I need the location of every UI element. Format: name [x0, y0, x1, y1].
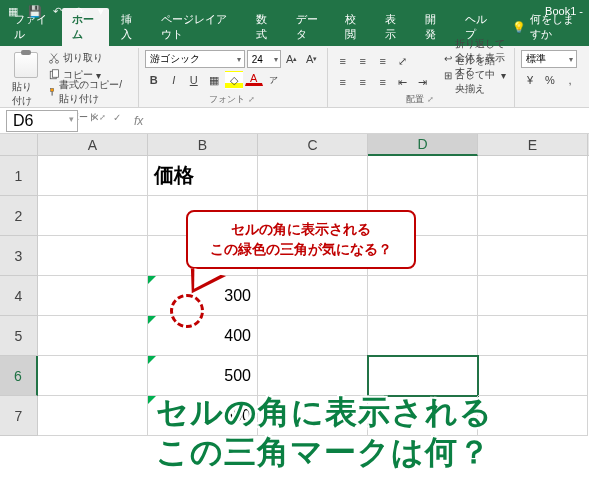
align-bottom-button[interactable]: ≡ [374, 52, 392, 70]
overlay-line1: セルの角に表示される [156, 392, 493, 432]
align-center-button[interactable]: ≡ [354, 73, 372, 91]
cell-a5[interactable] [38, 316, 148, 356]
underline-button[interactable]: U [185, 71, 203, 89]
tab-developer[interactable]: 開発 [415, 8, 453, 46]
align-right-button[interactable]: ≡ [374, 73, 392, 91]
increase-indent-button[interactable]: ⇥ [414, 73, 432, 91]
cell-e5[interactable] [478, 316, 588, 356]
row-header-4[interactable]: 4 [0, 276, 38, 316]
qat-dropdown-icon[interactable]: ▾ [94, 4, 108, 18]
align-top-button[interactable]: ≡ [334, 52, 352, 70]
bold-button[interactable]: B [145, 71, 163, 89]
cell-c1[interactable] [258, 156, 368, 196]
row-header-3[interactable]: 3 [0, 236, 38, 276]
font-color-button[interactable]: A [245, 71, 263, 86]
col-header-c[interactable]: C [258, 134, 368, 155]
undo-icon[interactable]: ↶ [50, 4, 64, 18]
row-header-5[interactable]: 5 [0, 316, 38, 356]
cut-button[interactable]: 切り取り [46, 50, 132, 66]
row-header-7[interactable]: 7 [0, 396, 38, 436]
increase-font-button[interactable]: A▴ [283, 50, 301, 68]
percent-button[interactable]: % [541, 71, 559, 89]
cancel-formula-button[interactable]: ✕ [86, 112, 104, 130]
number-format-select[interactable]: 標準 [521, 50, 577, 68]
cell-a4[interactable] [38, 276, 148, 316]
align-middle-button[interactable]: ≡ [354, 52, 372, 70]
decrease-font-button[interactable]: A▾ [303, 50, 321, 68]
redo-icon[interactable]: ↷ [72, 4, 86, 18]
tab-view[interactable]: 表示 [375, 8, 413, 46]
svg-rect-5 [52, 91, 53, 95]
cell-e1[interactable] [478, 156, 588, 196]
border-button[interactable]: ▦ [205, 71, 223, 89]
enter-formula-button[interactable]: ✓ [108, 112, 126, 130]
cell-b6[interactable]: 500 [148, 356, 258, 396]
cell-d5[interactable] [368, 316, 478, 356]
paste-button[interactable]: 貼り付け [10, 50, 42, 110]
cell-e7[interactable] [478, 396, 588, 436]
cell-a1[interactable] [38, 156, 148, 196]
accounting-button[interactable]: ¥ [521, 71, 539, 89]
clipboard-group: 貼り付け 切り取り コピー ▾ 書式のコピー/貼り付け クリップボード ⤢ [4, 48, 139, 107]
cell-c6[interactable] [258, 356, 368, 396]
callout-line2: この緑色の三角が気になる？ [198, 240, 404, 260]
cell-d4[interactable] [368, 276, 478, 316]
overlay-line2: この三角マークは何？ [156, 432, 493, 472]
annotation-circle [170, 294, 204, 328]
row-header-1[interactable]: 1 [0, 156, 38, 196]
cell-a2[interactable] [38, 196, 148, 236]
row-header-2[interactable]: 2 [0, 196, 38, 236]
cell-b1[interactable]: 価格 [148, 156, 258, 196]
font-size-select[interactable]: 24 [247, 50, 281, 68]
tab-review[interactable]: 校閲 [335, 8, 373, 46]
cell-a7[interactable] [38, 396, 148, 436]
select-all-corner[interactable] [0, 134, 38, 156]
font-launcher[interactable]: ⤢ [248, 95, 257, 104]
italic-button[interactable]: I [165, 71, 183, 89]
save-icon[interactable]: 💾 [28, 4, 42, 18]
cell-e6[interactable] [478, 356, 588, 396]
cell-c4[interactable] [258, 276, 368, 316]
cell-e3[interactable] [478, 236, 588, 276]
scissors-icon [48, 52, 60, 64]
tab-data[interactable]: データ [286, 8, 333, 46]
cell-a6[interactable] [38, 356, 148, 396]
align-left-button[interactable]: ≡ [334, 73, 352, 91]
cell-d1[interactable] [368, 156, 478, 196]
decrease-indent-button[interactable]: ⇤ [394, 73, 412, 91]
tab-insert[interactable]: 挿入 [111, 8, 149, 46]
paste-icon [14, 52, 38, 78]
cell-d6[interactable] [368, 356, 478, 396]
orientation-button[interactable]: ⤢ [394, 52, 412, 70]
cell-a3[interactable] [38, 236, 148, 276]
col-header-b[interactable]: B [148, 134, 258, 155]
tell-me-search[interactable]: 💡 何をしますか [504, 8, 589, 46]
col-header-a[interactable]: A [38, 134, 148, 155]
cell-e4[interactable] [478, 276, 588, 316]
cell-c5[interactable] [258, 316, 368, 356]
merge-center-button[interactable]: ⊞ セルを結合して中央揃え ▾ [442, 67, 508, 83]
cell-b5[interactable]: 400 [148, 316, 258, 356]
merge-icon: ⊞ [444, 70, 452, 81]
col-header-d[interactable]: D [368, 134, 478, 156]
fx-icon[interactable]: fx [128, 114, 149, 128]
fill-color-button[interactable]: ◇ [225, 71, 243, 89]
paste-label: 貼り付け [12, 80, 40, 108]
svg-rect-3 [53, 70, 59, 78]
format-painter-button[interactable]: 書式のコピー/貼り付け [46, 84, 132, 100]
worksheet-grid: A B C D E 1 価格 2 3 [0, 134, 589, 436]
tab-formulas[interactable]: 数式 [246, 8, 284, 46]
font-name-select[interactable]: 游ゴシック [145, 50, 245, 68]
phonetic-button[interactable]: ア [265, 71, 283, 89]
align-launcher[interactable]: ⤢ [427, 95, 436, 104]
formula-bar-row: D6 ✕ ✓ fx [0, 108, 589, 134]
row-header-6[interactable]: 6 [0, 356, 38, 396]
ribbon: 貼り付け 切り取り コピー ▾ 書式のコピー/貼り付け クリップボード ⤢ [0, 46, 589, 108]
comma-button[interactable]: , [561, 71, 579, 89]
cell-e2[interactable] [478, 196, 588, 236]
error-indicator-icon [148, 276, 156, 284]
col-header-e[interactable]: E [478, 134, 588, 155]
name-box[interactable]: D6 [6, 110, 78, 132]
tab-pagelayout[interactable]: ページレイアウト [151, 8, 243, 46]
annotation-title: セルの角に表示される この三角マークは何？ [156, 392, 493, 472]
